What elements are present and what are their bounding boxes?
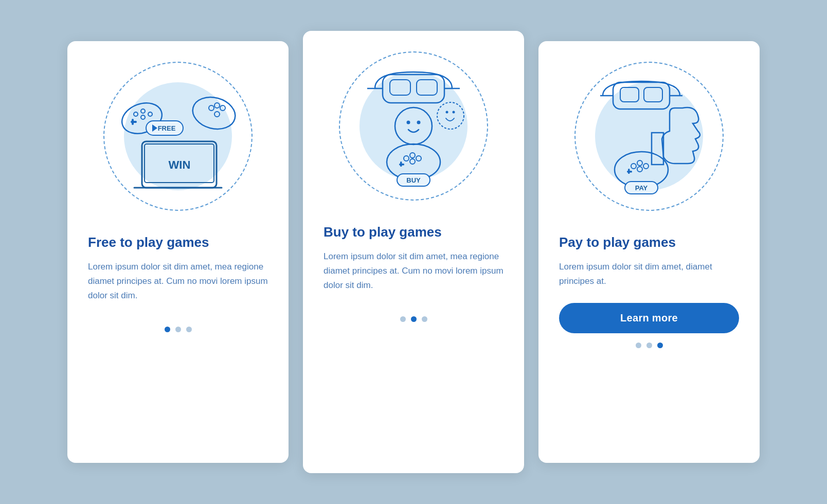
dots-pay [636, 343, 663, 348]
card-body-buy: Buy to play games Lorem ipsum dolor sit … [303, 216, 524, 307]
illustration-free: WIN FREE [67, 41, 289, 226]
svg-point-48 [637, 167, 642, 172]
svg-point-13 [214, 103, 220, 108]
svg-rect-19 [383, 75, 444, 103]
illustration-pay: PAY [538, 41, 760, 226]
svg-text:BUY: BUY [406, 176, 421, 184]
dot-3 [422, 316, 427, 322]
dot-2 [646, 343, 652, 348]
svg-point-14 [220, 105, 225, 111]
dot-2 [175, 327, 181, 332]
card-pay-to-play: PAY Pay to play games Lorem ipsum dolor … [538, 41, 760, 463]
svg-point-34 [410, 159, 415, 164]
dot-3-active [657, 343, 663, 348]
free-to-play-icon: WIN FREE [101, 57, 255, 211]
svg-point-26 [417, 121, 421, 124]
svg-text:WIN: WIN [169, 158, 191, 171]
svg-text:FREE: FREE [158, 124, 176, 132]
svg-rect-50 [628, 169, 630, 174]
dot-1 [400, 316, 406, 322]
svg-point-11 [189, 93, 239, 134]
svg-point-29 [453, 111, 455, 114]
svg-rect-41 [644, 87, 662, 102]
illustration-buy: BUY [303, 31, 524, 216]
card-text-free: Lorem ipsum dolor sit dim amet, mea regi… [88, 260, 268, 303]
svg-rect-39 [613, 82, 670, 109]
card-buy-to-play: BUY Buy to play games Lorem ipsum dolor … [303, 31, 524, 473]
card-free-to-play: WIN FREE [67, 41, 289, 463]
dot-2-active [411, 316, 417, 322]
svg-point-47 [643, 164, 649, 169]
svg-point-33 [416, 156, 421, 161]
card-title-free: Free to play games [88, 235, 268, 250]
svg-point-45 [631, 164, 636, 169]
svg-point-32 [410, 153, 415, 158]
cards-container: WIN FREE [67, 31, 760, 473]
card-text-pay: Lorem ipsum dolor sit dim amet, diamet p… [559, 260, 739, 289]
svg-text:PAY: PAY [635, 184, 648, 192]
svg-point-15 [214, 112, 220, 117]
svg-rect-10 [132, 119, 134, 125]
svg-point-5 [134, 112, 138, 116]
svg-point-27 [437, 102, 464, 129]
svg-point-25 [407, 121, 410, 124]
dot-1 [636, 343, 641, 348]
card-title-buy: Buy to play games [323, 224, 504, 240]
learn-more-button[interactable]: Learn more [559, 303, 739, 333]
svg-rect-36 [400, 161, 402, 167]
card-text-buy: Lorem ipsum dolor sit dim amet, mea regi… [323, 249, 504, 293]
svg-point-28 [446, 111, 448, 114]
svg-point-12 [209, 105, 214, 111]
svg-rect-20 [390, 80, 410, 95]
svg-point-6 [141, 109, 145, 113]
dot-3 [186, 327, 192, 332]
buy-to-play-icon: BUY [336, 46, 491, 201]
svg-point-24 [395, 107, 432, 145]
card-body-free: Free to play games Lorem ipsum dolor sit… [67, 226, 289, 317]
svg-point-7 [148, 112, 152, 116]
svg-point-8 [141, 115, 145, 119]
svg-rect-21 [417, 80, 437, 95]
card-body-pay: Pay to play games Lorem ipsum dolor sit … [538, 226, 760, 333]
pay-to-play-icon: PAY [572, 57, 726, 211]
svg-point-46 [637, 160, 642, 166]
dots-free [165, 327, 192, 332]
card-title-pay: Pay to play games [559, 235, 739, 250]
dots-buy [400, 316, 427, 322]
svg-point-31 [404, 156, 409, 161]
svg-rect-40 [620, 87, 639, 102]
dot-1-active [165, 327, 170, 332]
